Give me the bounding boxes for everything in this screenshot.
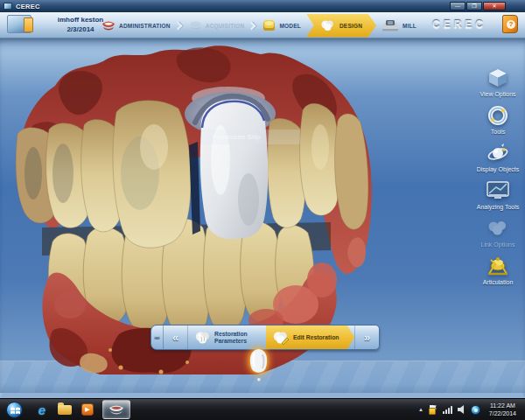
cerec-logo: CEREC (432, 18, 486, 31)
maximize-button[interactable]: ❐ (466, 2, 482, 10)
network-icon[interactable] (443, 405, 452, 414)
tab-administration[interactable]: ADMINISTRATION (98, 12, 174, 38)
display-objects-icon (485, 142, 511, 164)
tab-design[interactable]: DESIGN (306, 14, 376, 38)
view-options-icon (485, 66, 511, 89)
window-title: CEREC (16, 3, 40, 10)
previous-step-button[interactable]: « (164, 326, 188, 349)
tool-sidebar: View Options Tools Display Objects (472, 66, 523, 292)
mill-icon (382, 19, 399, 32)
cerec-app-icon (108, 404, 124, 416)
title-bar[interactable]: CEREC — ❐ ✕ (0, 0, 525, 12)
close-button[interactable]: ✕ (483, 2, 506, 10)
articulation-icon (485, 255, 511, 277)
tab-mill[interactable]: MILL (378, 12, 420, 38)
tools-icon (485, 104, 511, 127)
volume-icon[interactable] (458, 405, 466, 414)
taskbar-cerec-app-button[interactable] (102, 400, 130, 419)
cerec-window: CEREC — ❐ ✕ imhoff keston 2/3/2014 (0, 0, 525, 398)
app-icon (4, 3, 12, 10)
step-edit-restoration[interactable]: Edit Restoration (266, 326, 354, 349)
restoration-parameters-icon (194, 331, 211, 345)
step-toolbar: « Restoration Parameters Edit Restoratio… (150, 325, 380, 350)
clock-date: 7/22/2014 (489, 410, 516, 417)
action-center-icon[interactable] (429, 405, 438, 415)
edit-restoration-icon (272, 331, 290, 345)
minimize-button[interactable]: — (450, 2, 466, 10)
desktop: CEREC — ❐ ✕ imhoff keston 2/3/2014 (0, 0, 525, 420)
sidebar-item-view-options[interactable]: View Options (474, 66, 522, 98)
system-menu-icon[interactable] (7, 15, 32, 33)
chevron-right-icon (248, 21, 256, 30)
system-tray: ▲ 11:22 AM 7/22/2014 (418, 402, 525, 417)
sidebar-item-articulation[interactable]: Articulation (474, 255, 522, 286)
clock-time: 11:22 AM (489, 402, 516, 410)
model-icon (262, 19, 276, 32)
acquisition-icon (189, 20, 202, 31)
file-explorer-icon[interactable] (53, 400, 76, 420)
internet-explorer-icon[interactable]: e (31, 400, 53, 420)
snip-watermark: Full-screen Snip (200, 130, 300, 144)
phase-tabs: ADMINISTRATION ACQUISITION (98, 12, 420, 38)
toolbar-handle-icon[interactable] (151, 326, 164, 349)
sidebar-item-tools[interactable]: Tools (474, 104, 522, 136)
sidebar-item-display-objects[interactable]: Display Objects (474, 142, 522, 173)
tab-acquisition[interactable]: ACQUISITION (186, 12, 248, 38)
step-indicator-dot (257, 378, 261, 382)
taskbar-clock[interactable]: 11:22 AM 7/22/2014 (486, 402, 520, 417)
media-player-icon[interactable]: ▶ (76, 400, 99, 420)
sidebar-item-link-options[interactable]: Link Options (474, 217, 522, 248)
viewport-3d[interactable]: Full-screen Snip View Options Tools (0, 38, 525, 393)
tray-app-icon[interactable] (471, 405, 480, 415)
analyzing-tools-icon (485, 179, 511, 202)
restoration-thumbnail[interactable] (248, 348, 270, 374)
start-button[interactable] (6, 402, 23, 418)
step-restoration-parameters[interactable]: Restoration Parameters (188, 326, 266, 349)
next-step-button[interactable]: » (354, 326, 379, 349)
design-icon (320, 19, 335, 32)
phase-bar: imhoff keston 2/3/2014 ADMINISTRATION (0, 12, 525, 38)
tray-expand-icon[interactable]: ▲ (418, 407, 424, 412)
windows-flag-icon (10, 406, 20, 416)
administration-icon (102, 20, 116, 32)
windows-taskbar: e ▶ ▲ 11:22 AM 7/22/2014 (0, 398, 525, 420)
help-button[interactable]: ? (502, 15, 518, 33)
tab-model[interactable]: MODEL (259, 12, 304, 38)
sidebar-item-analyzing-tools[interactable]: Analyzing Tools (474, 179, 522, 211)
chevron-right-icon (173, 21, 182, 30)
link-options-icon (485, 217, 511, 240)
